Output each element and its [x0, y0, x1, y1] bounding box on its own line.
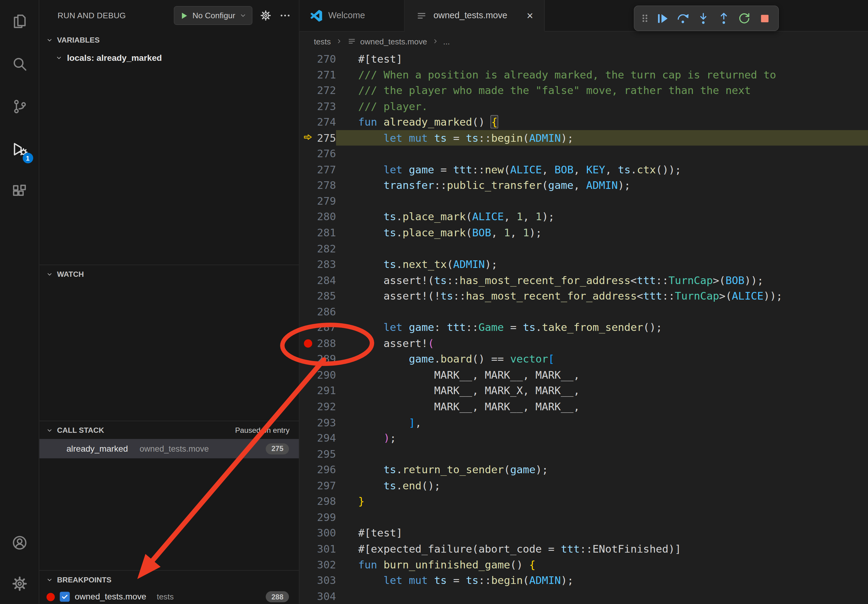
line-number[interactable]: 279: [316, 193, 336, 209]
gutter[interactable]: [299, 225, 316, 240]
activity-bar-extensions[interactable]: [0, 170, 39, 213]
code-text[interactable]: assert!(: [336, 336, 868, 351]
gutter[interactable]: [299, 430, 316, 446]
line-number[interactable]: 283: [316, 256, 336, 272]
line-number[interactable]: 287: [316, 320, 336, 336]
call-stack-section-header[interactable]: CALL STACK Paused on entry: [39, 421, 299, 439]
code-text[interactable]: ts.place_mark(BOB, 1, 1);: [336, 225, 868, 240]
toolbar-drag-handle[interactable]: [638, 8, 652, 29]
debug-stop-button[interactable]: [755, 8, 775, 29]
code-text[interactable]: ts.next_tx(ADMIN);: [336, 256, 868, 272]
gutter[interactable]: [299, 556, 316, 572]
breadcrumb-item[interactable]: owned_tests.move: [347, 37, 427, 46]
breadcrumb-item[interactable]: tests: [314, 37, 331, 46]
gutter[interactable]: [299, 477, 316, 493]
code-text[interactable]: let mut ts = ts::begin(ADMIN);: [336, 572, 868, 588]
gutter[interactable]: [299, 51, 316, 67]
tab-owned_tests-move[interactable]: owned_tests.move×: [405, 0, 545, 32]
code-text[interactable]: [336, 446, 868, 462]
code-text[interactable]: /// When a position is already marked, t…: [336, 67, 868, 82]
activity-bar-settings[interactable]: [0, 563, 39, 604]
gutter[interactable]: [299, 304, 316, 320]
gutter[interactable]: [299, 415, 316, 431]
code-text[interactable]: transfer::public_transfer(game, ADMIN);: [336, 177, 868, 193]
code-text[interactable]: }: [336, 493, 868, 509]
line-number[interactable]: 278: [316, 177, 336, 193]
line-number[interactable]: 298: [316, 493, 336, 509]
line-number[interactable]: 304: [316, 588, 336, 604]
code-text[interactable]: [336, 146, 868, 161]
code-text[interactable]: MARK__, MARK_X, MARK__,: [336, 383, 868, 399]
line-number[interactable]: 296: [316, 462, 336, 477]
line-number[interactable]: 293: [316, 415, 336, 431]
code-text[interactable]: #[test]: [336, 51, 868, 67]
gutter[interactable]: [299, 572, 316, 588]
line-number[interactable]: 275: [316, 130, 336, 146]
code-text[interactable]: assert!(!ts::has_most_recent_for_address…: [336, 288, 868, 304]
debug-continue-button[interactable]: [652, 8, 673, 29]
line-number[interactable]: 295: [316, 446, 336, 462]
code-text[interactable]: let game = ttt::new(ALICE, BOB, KEY, ts.…: [336, 161, 868, 177]
code-text[interactable]: let game: ttt::Game = ts.take_from_sende…: [336, 320, 868, 336]
line-number[interactable]: 302: [316, 556, 336, 572]
line-number[interactable]: 290: [316, 367, 336, 383]
line-number[interactable]: 289: [316, 351, 336, 367]
gutter[interactable]: [299, 320, 316, 336]
code-text[interactable]: let mut ts = ts::begin(ADMIN);: [336, 130, 868, 146]
gutter[interactable]: [299, 98, 316, 114]
debug-step-out-button[interactable]: [713, 8, 734, 29]
code-text[interactable]: game.board() == vector[: [336, 351, 868, 367]
line-number[interactable]: 294: [316, 430, 336, 446]
code-text[interactable]: ts.return_to_sender(game);: [336, 462, 868, 477]
line-number[interactable]: 280: [316, 209, 336, 225]
tab-welcome[interactable]: Welcome: [299, 0, 405, 31]
gutter[interactable]: [299, 114, 316, 130]
gutter[interactable]: [299, 240, 316, 256]
breadcrumb-item[interactable]: ...: [443, 37, 450, 46]
code-text[interactable]: assert!(ts::has_most_recent_for_address<…: [336, 272, 868, 288]
code-text[interactable]: [336, 588, 868, 604]
breakpoints-section-header[interactable]: BREAKPOINTS: [39, 571, 299, 589]
code-text[interactable]: MARK__, MARK__, MARK__,: [336, 399, 868, 415]
code-text[interactable]: [336, 240, 868, 256]
close-icon[interactable]: ×: [527, 10, 533, 21]
gutter[interactable]: [299, 588, 316, 604]
more-actions-icon[interactable]: [279, 9, 291, 22]
line-number[interactable]: 301: [316, 541, 336, 556]
breakpoint-glyph[interactable]: [304, 339, 312, 347]
line-number[interactable]: 300: [316, 525, 336, 541]
code-text[interactable]: #[test]: [336, 525, 868, 541]
line-number[interactable]: 303: [316, 572, 336, 588]
line-number[interactable]: 282: [316, 240, 336, 256]
gutter[interactable]: [299, 336, 316, 351]
line-number[interactable]: 299: [316, 509, 336, 525]
line-number[interactable]: 291: [316, 383, 336, 399]
line-number[interactable]: 292: [316, 399, 336, 415]
code-text[interactable]: MARK__, MARK__, MARK__,: [336, 367, 868, 383]
gutter[interactable]: [299, 288, 316, 304]
gutter[interactable]: [299, 82, 316, 98]
activity-bar-account[interactable]: [0, 522, 39, 563]
debug-step-into-button[interactable]: [693, 8, 713, 29]
code-text[interactable]: [336, 304, 868, 320]
gutter[interactable]: [299, 177, 316, 193]
start-debugging-icon[interactable]: [179, 11, 189, 20]
code-text[interactable]: /// the player who made the "false" move…: [336, 82, 868, 98]
call-stack-frame[interactable]: already_markedowned_tests.move275: [39, 439, 299, 458]
gutter[interactable]: [299, 367, 316, 383]
line-number[interactable]: 276: [316, 146, 336, 161]
activity-bar-source-control[interactable]: [0, 85, 39, 128]
line-number[interactable]: 277: [316, 161, 336, 177]
code-text[interactable]: [336, 193, 868, 209]
line-number[interactable]: 272: [316, 82, 336, 98]
line-number[interactable]: 286: [316, 304, 336, 320]
code-text[interactable]: fun already_marked() {: [336, 114, 868, 130]
code-text[interactable]: ts.end();: [336, 477, 868, 493]
breakpoint-item[interactable]: owned_tests.movetests288: [39, 589, 299, 604]
gutter[interactable]: [299, 525, 316, 541]
line-number[interactable]: 274: [316, 114, 336, 130]
gutter[interactable]: [299, 541, 316, 556]
line-number[interactable]: 288: [316, 336, 336, 351]
line-number[interactable]: 270: [316, 51, 336, 67]
gutter[interactable]: [299, 446, 316, 462]
